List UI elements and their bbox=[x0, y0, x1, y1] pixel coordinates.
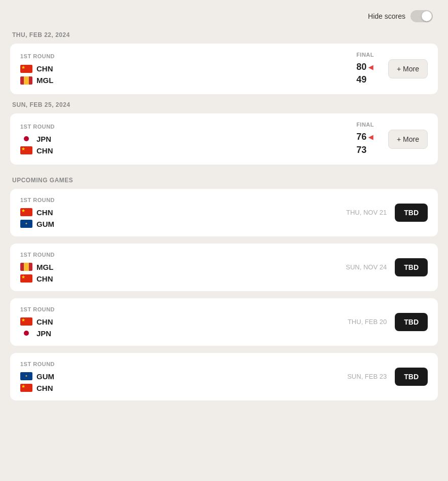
upcoming-game-info: 1ST ROUNDGUMCHN bbox=[20, 361, 347, 392]
score-row: 49 bbox=[356, 73, 374, 86]
more-button[interactable]: + More bbox=[388, 130, 428, 149]
upcoming-team-name: GUM bbox=[36, 220, 346, 228]
chn-flag bbox=[20, 146, 32, 154]
score-row: 80◀ bbox=[356, 61, 374, 73]
game-card: 1ST ROUNDJPNCHNFINAL76◀73+ More bbox=[10, 113, 438, 164]
upcoming-team-name: JPN bbox=[36, 329, 348, 338]
upcoming-team-row: GUM bbox=[20, 220, 346, 228]
more-button[interactable]: + More bbox=[388, 59, 428, 78]
upcoming-team-row: CHN bbox=[20, 274, 346, 283]
section-date: SUN, FEB 25, 2024 bbox=[12, 101, 438, 108]
tbd-button[interactable]: TBD bbox=[395, 258, 428, 276]
upcoming-round-label: 1ST ROUND bbox=[20, 197, 346, 203]
score-row: 73 bbox=[356, 144, 374, 156]
upcoming-game-info: 1ST ROUNDCHNJPN bbox=[20, 306, 348, 338]
game-info: 1ST ROUNDCHNMGL bbox=[20, 53, 348, 85]
upcoming-label: UPCOMING GAMES bbox=[12, 177, 438, 184]
upcoming-game-card: 1ST ROUNDGUMCHNSUN, FEB 23TBD bbox=[10, 353, 438, 400]
team-row: JPN bbox=[20, 135, 348, 143]
top-bar: Hide scores bbox=[10, 10, 438, 22]
upcoming-team-name: CHN bbox=[36, 317, 348, 326]
mgl-flag bbox=[20, 263, 32, 271]
upcoming-round-label: 1ST ROUND bbox=[20, 252, 346, 258]
round-label: 1ST ROUND bbox=[20, 124, 348, 130]
upcoming-game-card: 1ST ROUNDCHNGUMTHU, NOV 21TBD bbox=[10, 189, 438, 236]
score-row: 76◀ bbox=[356, 131, 374, 143]
winner-indicator: ◀ bbox=[368, 134, 373, 141]
upcoming-team-row: CHN bbox=[20, 317, 348, 326]
round-label: 1ST ROUND bbox=[20, 53, 348, 59]
chn-flag bbox=[20, 317, 32, 326]
upcoming-game-card: 1ST ROUNDMGLCHNSUN, NOV 24TBD bbox=[10, 244, 438, 291]
chn-flag bbox=[20, 208, 32, 216]
jpn-flag bbox=[20, 135, 32, 143]
upcoming-round-label: 1ST ROUND bbox=[20, 306, 348, 312]
upcoming-team-row: CHN bbox=[20, 384, 347, 392]
scores-block: FINAL80◀49 bbox=[356, 52, 374, 86]
team-name: CHN bbox=[36, 146, 348, 155]
game-card: 1ST ROUNDCHNMGLFINAL80◀49+ More bbox=[10, 44, 438, 94]
chn-flag bbox=[20, 384, 32, 392]
score-section: FINAL76◀73 bbox=[348, 122, 382, 156]
upcoming-team-name: CHN bbox=[36, 384, 347, 392]
upcoming-team-row: MGL bbox=[20, 263, 346, 271]
upcoming-team-name: CHN bbox=[36, 208, 346, 217]
team-row: MGL bbox=[20, 76, 348, 85]
upcoming-game-date: THU, NOV 21 bbox=[346, 209, 387, 216]
team-row: CHN bbox=[20, 146, 348, 155]
final-label: FINAL bbox=[356, 52, 374, 58]
upcoming-game-info: 1ST ROUNDCHNGUM bbox=[20, 197, 346, 228]
gum-flag bbox=[20, 372, 32, 380]
tbd-button[interactable]: TBD bbox=[395, 368, 428, 386]
upcoming-game-date: THU, FEB 20 bbox=[348, 318, 387, 326]
chn-flag bbox=[20, 274, 32, 283]
winner-indicator: ◀ bbox=[368, 64, 373, 71]
game-info: 1ST ROUNDJPNCHN bbox=[20, 124, 348, 155]
upcoming-game-date: SUN, NOV 24 bbox=[346, 263, 387, 271]
jpn-flag bbox=[20, 329, 32, 337]
score-value: 49 bbox=[356, 73, 366, 86]
upcoming-team-row: JPN bbox=[20, 329, 348, 338]
upcoming-team-name: MGL bbox=[36, 263, 346, 271]
upcoming-game-date: SUN, FEB 23 bbox=[347, 373, 387, 380]
score-value: 73 bbox=[356, 144, 366, 156]
team-name: CHN bbox=[36, 64, 348, 73]
upcoming-game-info: 1ST ROUNDMGLCHN bbox=[20, 252, 346, 283]
upcoming-team-name: GUM bbox=[36, 372, 347, 381]
hide-scores-label: Hide scores bbox=[368, 12, 405, 20]
final-label: FINAL bbox=[356, 122, 374, 128]
upcoming-team-row: CHN bbox=[20, 208, 346, 217]
upcoming-game-card: 1ST ROUNDCHNJPNTHU, FEB 20TBD bbox=[10, 298, 438, 346]
team-row: CHN bbox=[20, 64, 348, 73]
upcoming-team-name: CHN bbox=[36, 274, 346, 283]
score-section: FINAL80◀49 bbox=[348, 52, 382, 86]
tbd-button[interactable]: TBD bbox=[395, 313, 428, 331]
section-date: THU, FEB 22, 2024 bbox=[12, 31, 438, 38]
gum-flag bbox=[20, 220, 32, 228]
chn-flag bbox=[20, 65, 32, 73]
score-value: 76◀ bbox=[356, 131, 373, 143]
mgl-flag bbox=[20, 76, 32, 85]
team-name: MGL bbox=[36, 76, 348, 85]
team-name: JPN bbox=[36, 135, 348, 143]
tbd-button[interactable]: TBD bbox=[395, 204, 428, 222]
hide-scores-toggle[interactable] bbox=[410, 10, 433, 22]
scores-block: FINAL76◀73 bbox=[356, 122, 374, 156]
score-value: 80◀ bbox=[356, 61, 373, 73]
upcoming-team-row: GUM bbox=[20, 372, 347, 381]
upcoming-round-label: 1ST ROUND bbox=[20, 361, 347, 367]
